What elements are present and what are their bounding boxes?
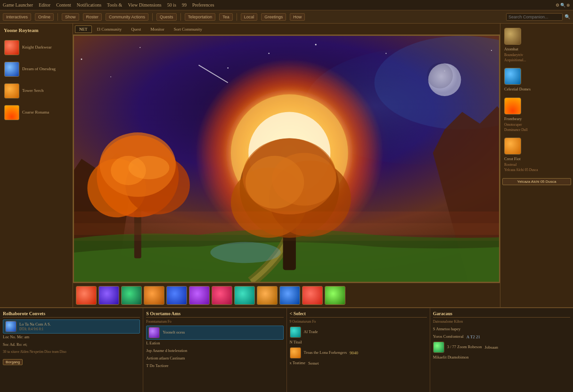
toolbar-teleportation[interactable]: Teleportation xyxy=(185,13,216,21)
svg-point-5 xyxy=(227,67,228,68)
svg-point-24 xyxy=(128,156,169,180)
menu-content[interactable]: Content xyxy=(56,2,71,8)
panel-row-2-2[interactable]: Troas the Lona Forkengers 9040 xyxy=(290,346,427,359)
thumbnail-11[interactable] xyxy=(325,286,345,305)
tab-sort-community[interactable]: Sort Community xyxy=(170,25,206,33)
panel-text-3-2: 3 / 77 Zoom Robeson xyxy=(447,344,482,350)
menu-tools[interactable]: Tools & xyxy=(107,2,122,8)
bottom-panel-0: Rolhaborote Convets Lo Ta Na Com A S. DT… xyxy=(0,308,143,392)
toolbar-local[interactable]: Local xyxy=(241,13,258,21)
top-menu-bar: Game Launcher Editor Content Notificatio… xyxy=(0,0,573,10)
tab-net[interactable]: NET xyxy=(75,25,92,33)
right-extra-3: Yelcaza Alchi 05 Dusca xyxy=(504,168,538,172)
right-item-2[interactable]: Frontbeary Omotocuper Dominance Dull xyxy=(502,96,571,133)
thumbnail-0[interactable] xyxy=(76,286,97,305)
right-sublabel-0: Boundarytriv xyxy=(504,53,523,57)
sidebar-label-1: Dream of Onesdrag xyxy=(22,66,56,72)
panel-row-0-2: Soc Ad. Ro: et; xyxy=(3,341,140,349)
toolbar-interactives[interactable]: Interactives xyxy=(3,13,31,21)
panel-row-3-0: S Atmetoo hapey xyxy=(433,326,570,333)
right-icon-creot xyxy=(504,138,521,155)
right-label-0: Atombat xyxy=(504,47,518,52)
right-sidebar: Atombat Boundarytriv Acquisitional... Ce… xyxy=(500,24,573,307)
thumbnail-6[interactable] xyxy=(212,286,232,305)
toolbar-online[interactable]: Online xyxy=(35,13,54,21)
svg-point-14 xyxy=(427,63,453,89)
toolbar: Interactives Online Show Roster Communit… xyxy=(0,10,573,24)
svg-point-4 xyxy=(139,47,140,48)
panel-text-1-1: L Eation xyxy=(146,341,160,346)
center-content: NET I3 Community Quest Monitor Sort Comm… xyxy=(73,24,500,307)
sidebar-title: Yoone Royteam xyxy=(2,26,71,34)
sidebar-item-1[interactable]: Dream of Onesdrag xyxy=(2,59,71,79)
panel-row-3-2: 3 / 77 Zoom Robeson Jobsaan xyxy=(433,341,570,354)
panel-row-highlight-0[interactable]: Lo Ta Na Com A S. DTA: 8:4 9:6 0:1 xyxy=(3,319,140,334)
sidebar-label-0: Knight Darkwear xyxy=(22,45,52,50)
toolbar-separator-3 xyxy=(180,13,181,21)
panel-sub-0-0: DTA: 8:4 9:6 0:1 xyxy=(19,327,51,331)
toolbar-how[interactable]: How xyxy=(290,13,305,21)
panel-text-0-0: Lo Ta Na Com A S. xyxy=(19,322,51,327)
right-extra-0: Acquisitional... xyxy=(504,58,526,62)
bottom-nav-button[interactable]: Borgang xyxy=(3,359,23,365)
menu-game-launcher[interactable]: Game Launcher xyxy=(3,2,33,8)
thumbnail-9[interactable] xyxy=(279,286,300,305)
svg-point-12 xyxy=(268,53,269,54)
sidebar-item-2[interactable]: Tower Serch xyxy=(2,81,71,101)
thumbnail-5[interactable] xyxy=(189,286,210,305)
toolbar-tea[interactable]: Tea xyxy=(219,13,233,21)
thumbnail-7[interactable] xyxy=(234,286,255,305)
menu-notifications[interactable]: Notifications xyxy=(77,2,101,8)
sidebar-icon-knight xyxy=(4,40,19,55)
toolbar-quests[interactable]: Quests xyxy=(156,13,177,21)
right-item-1[interactable]: Celestial Domes xyxy=(502,66,571,93)
panel-row-1-4: T Do Tactiore xyxy=(146,362,283,370)
thumbnail-2[interactable] xyxy=(121,286,142,305)
sidebar-icon-coarse xyxy=(4,105,19,120)
menu-preferences[interactable]: Preferences xyxy=(192,2,214,8)
panel-text-0-3: 30 ta xitave Alden Nexpetim Diso team Di… xyxy=(3,350,66,354)
panel-row-1-3: Aetiom atlaen Castinam xyxy=(146,355,283,362)
thumbnail-8[interactable] xyxy=(257,286,278,305)
svg-point-6 xyxy=(315,44,317,45)
panel-text-2-3: x Teatime xyxy=(290,360,305,366)
tab-community[interactable]: I3 Community xyxy=(93,25,126,33)
right-icon-celestial xyxy=(504,68,521,85)
search-input[interactable] xyxy=(506,13,563,21)
panel-row-1-1: L Eation xyxy=(146,340,283,347)
sidebar-label-3: Coarse Ronama xyxy=(22,110,49,115)
thumbnail-4[interactable] xyxy=(166,286,187,305)
thumbnail-10[interactable] xyxy=(302,286,323,305)
right-icon-atombat xyxy=(504,28,521,45)
panel-text-2-1: N Titail xyxy=(290,340,302,345)
panel-row-highlight-1[interactable]: Yoonelt ocess xyxy=(146,326,283,340)
panel-row-0-3: 30 ta xitave Alden Nexpetim Diso team Di… xyxy=(3,349,140,355)
menu-view[interactable]: View Dimensions xyxy=(128,2,161,8)
svg-point-9 xyxy=(491,50,492,51)
panel-icon-2-2 xyxy=(290,347,301,359)
tab-monitor[interactable]: Monitor xyxy=(146,25,169,33)
toolbar-greetings[interactable]: Greetings xyxy=(261,13,286,21)
tab-quest[interactable]: Quest xyxy=(127,25,145,33)
right-item-0[interactable]: Atombat Boundarytriv Acquisitional... xyxy=(502,26,571,64)
sidebar-item-3[interactable]: Coarse Ronama xyxy=(2,103,71,122)
sidebar-item-0[interactable]: Knight Darkwear xyxy=(2,38,71,57)
menu-editor[interactable]: Editor xyxy=(39,2,50,8)
svg-rect-34 xyxy=(74,223,499,241)
sidebar-icon-dream xyxy=(4,62,19,77)
right-icon-front xyxy=(504,98,521,114)
fantasy-canvas xyxy=(74,36,499,282)
right-label-3: Creot Fiot xyxy=(504,156,521,162)
panel-title-0: Rolhaborote Convets xyxy=(3,311,140,318)
right-action-button[interactable]: Yelcaza Alchi 05 Dusca xyxy=(502,178,571,185)
right-item-3[interactable]: Creot Fiot Rootroal Yelcaza Alchi 05 Dus… xyxy=(502,136,571,173)
toolbar-community[interactable]: Community Actions xyxy=(106,13,148,21)
toolbar-show[interactable]: Show xyxy=(62,13,79,21)
toolbar-roster[interactable]: Roster xyxy=(83,13,102,21)
thumbnail-strip xyxy=(73,283,500,307)
thumbnail-1[interactable] xyxy=(98,286,119,305)
menu-50: 50 is xyxy=(167,2,176,8)
bottom-panel-3: Garacaus Datrounalome Kilten S Atmetoo h… xyxy=(430,308,573,392)
bottom-panels: Rolhaborote Convets Lo Ta Na Com A S. DT… xyxy=(0,307,573,392)
thumbnail-3[interactable] xyxy=(144,286,164,305)
